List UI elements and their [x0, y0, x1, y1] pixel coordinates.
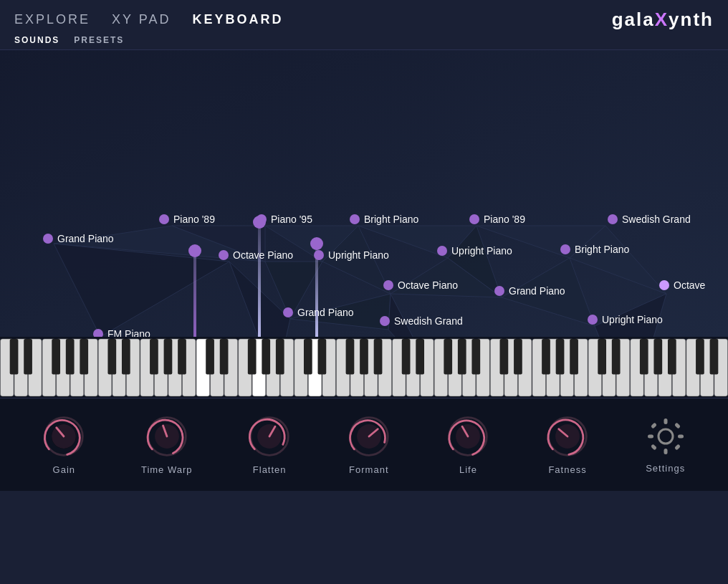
svg-rect-102 [640, 339, 648, 375]
sound-octave-piano-1[interactable]: Octave Piano [219, 249, 293, 261]
sound-piano89-2[interactable]: Piano '89 [469, 214, 525, 225]
knob-fatness-svg [545, 413, 590, 460]
sound-grand-piano-3[interactable]: Grand Piano [283, 307, 354, 318]
knob-fatness: Fatness [545, 414, 590, 475]
sound-label: Swedish Grand [622, 214, 691, 225]
sound-fm-piano-1[interactable]: FM Piano [93, 328, 150, 337]
svg-rect-130 [678, 435, 684, 439]
sound-dot [588, 315, 598, 325]
knob-formant-svg [347, 413, 391, 460]
knob-gain-outer[interactable] [42, 414, 86, 459]
svg-rect-71 [24, 339, 32, 375]
sound-piano95-1[interactable]: Piano '95 [257, 214, 312, 225]
sound-swedish-grand-1[interactable]: Swedish Grand [608, 214, 691, 225]
knob-time-warp: Time Warp [141, 414, 193, 475]
svg-rect-87 [346, 339, 355, 375]
svg-rect-84 [276, 339, 284, 375]
sound-grand-piano-2[interactable]: Grand Piano [494, 285, 565, 297]
svg-rect-81 [220, 339, 229, 375]
knob-gain-label: Gain [53, 464, 75, 475]
sound-dot [608, 214, 618, 224]
sound-grand-piano-1[interactable]: Grand Piano [43, 233, 114, 244]
logo-x: X [655, 9, 669, 30]
tab-xypad[interactable]: XY PAD [112, 12, 171, 27]
svg-rect-80 [206, 339, 214, 375]
sub-nav-sounds[interactable]: SOUNDS [14, 35, 59, 45]
knob-flatten-svg [247, 413, 292, 460]
knob-life: Life [446, 414, 490, 475]
knob-formant: Formant [347, 414, 391, 475]
svg-rect-131 [651, 422, 657, 429]
sound-label: Octave Piano [233, 249, 293, 261]
knob-time-warp-outer[interactable] [145, 414, 189, 459]
svg-rect-74 [80, 339, 88, 375]
svg-rect-83 [262, 339, 270, 375]
sound-dot [219, 250, 229, 260]
knob-fatness-label: Fatness [548, 464, 586, 475]
mesh-background [0, 50, 728, 337]
knob-time-warp-svg [145, 413, 189, 460]
sound-swedish-grand-2[interactable]: Swedish Grand [380, 315, 463, 327]
tab-explore[interactable]: EXPLORE [14, 12, 90, 27]
sound-upright-piano-1[interactable]: Upright Piano [314, 249, 389, 261]
gear-icon [645, 416, 686, 457]
svg-rect-85 [304, 339, 312, 375]
sound-label: Octave Piano [398, 279, 458, 291]
keyboard-area [0, 337, 728, 398]
sound-upright-piano-3[interactable]: Upright Piano [588, 314, 663, 325]
knob-flatten-outer[interactable] [247, 414, 292, 459]
sound-bright-piano-1[interactable]: Bright Piano [350, 214, 418, 225]
svg-rect-77 [150, 339, 158, 375]
sub-nav-presets[interactable]: PRESETS [74, 35, 124, 45]
svg-rect-90 [402, 339, 411, 375]
svg-rect-134 [674, 444, 681, 450]
settings-label: Settings [646, 463, 685, 474]
knob-fatness-outer[interactable] [545, 414, 590, 459]
controls-area: Gain Time Warp Flatten [0, 398, 728, 491]
sound-label: Octave [674, 279, 705, 291]
svg-rect-76 [122, 339, 130, 375]
sub-nav: SOUNDS PRESETS [0, 31, 728, 50]
svg-rect-99 [570, 339, 578, 375]
svg-rect-94 [471, 339, 480, 375]
sound-octave-1[interactable]: Octave [659, 279, 705, 291]
tab-keyboard[interactable]: KEYBOARD [192, 12, 283, 27]
sound-piano89-1[interactable]: Piano '89 [159, 214, 215, 225]
sound-dot [159, 214, 169, 224]
svg-rect-93 [458, 339, 466, 375]
svg-rect-100 [598, 339, 606, 375]
svg-rect-132 [674, 422, 681, 429]
sound-dot [383, 280, 393, 290]
sound-label: Swedish Grand [394, 315, 463, 327]
knob-time-warp-label: Time Warp [141, 464, 193, 475]
sound-bright-piano-2[interactable]: Bright Piano [560, 244, 629, 255]
sound-label: Bright Piano [364, 214, 418, 225]
sound-label: Upright Piano [451, 245, 512, 257]
svg-rect-89 [374, 339, 383, 375]
explore-area[interactable]: Grand Piano Piano '89 Piano '95 Bright P… [0, 50, 728, 337]
knob-flatten: Flatten [247, 414, 292, 475]
sound-label: Grand Piano [57, 233, 114, 244]
active-line-handle-1[interactable] [188, 244, 201, 257]
sound-octave-piano-2[interactable]: Octave Piano [383, 279, 458, 291]
header: EXPLORE XY PAD KEYBOARD galaXynth [0, 0, 728, 31]
sound-dot [469, 214, 479, 224]
sound-label: Grand Piano [297, 307, 354, 318]
sound-label: Upright Piano [328, 249, 389, 261]
knob-formant-outer[interactable] [347, 414, 391, 459]
sound-label: FM Piano [107, 328, 150, 337]
svg-rect-98 [556, 339, 565, 375]
sound-dot [437, 246, 447, 256]
sound-label: Piano '89 [484, 214, 525, 225]
active-line-handle-3[interactable] [310, 237, 323, 250]
settings-button[interactable]: Settings [645, 416, 686, 474]
svg-rect-127 [664, 418, 667, 424]
piano-keyboard[interactable] [0, 337, 728, 398]
svg-rect-70 [10, 339, 19, 375]
knob-life-outer[interactable] [446, 414, 490, 459]
sound-dot [257, 214, 267, 224]
svg-rect-104 [668, 339, 676, 375]
sound-dot [93, 329, 103, 337]
sound-dot [314, 250, 324, 260]
sound-upright-piano-2[interactable]: Upright Piano [437, 245, 512, 257]
